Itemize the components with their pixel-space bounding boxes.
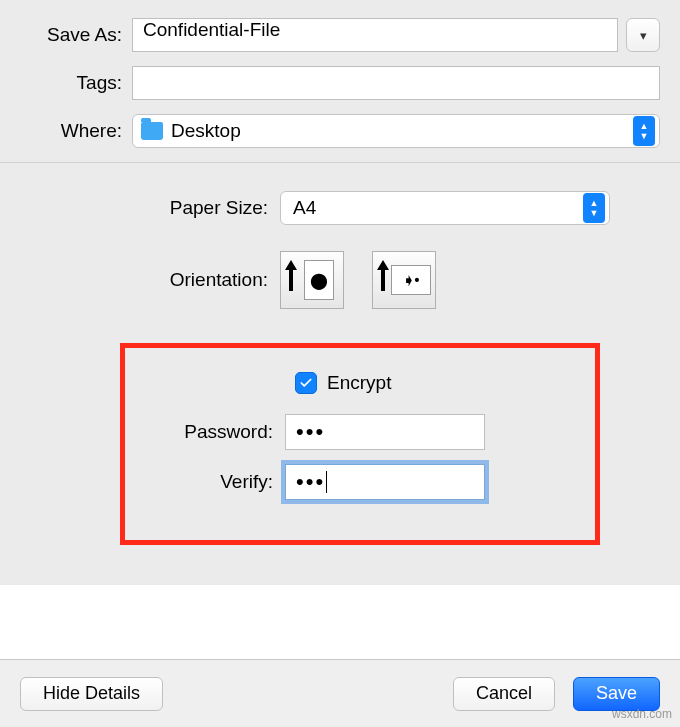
tags-input[interactable]: [132, 66, 660, 100]
paper-size-label: Paper Size:: [20, 197, 280, 219]
verify-input[interactable]: •••: [285, 464, 485, 500]
verify-value: •••: [296, 469, 325, 495]
orientation-landscape-button[interactable]: ➧•: [372, 251, 436, 309]
where-label: Where:: [20, 120, 132, 142]
encrypt-label: Encrypt: [327, 372, 391, 394]
up-arrow-icon: [285, 260, 297, 296]
where-value: Desktop: [171, 120, 241, 142]
where-row: Where: Desktop ▲▼: [20, 114, 660, 148]
page-landscape-icon: ➧•: [391, 265, 431, 295]
checkmark-icon: [299, 376, 313, 390]
save-as-input[interactable]: Confidential-File: [132, 18, 618, 52]
password-input[interactable]: •••: [285, 414, 485, 450]
tags-row: Tags:: [20, 66, 660, 100]
hide-details-button[interactable]: Hide Details: [20, 677, 163, 711]
print-options-panel: Paper Size: A4 ▲▼ Orientation: ⬤ ➧•: [0, 163, 680, 585]
save-as-expand-button[interactable]: ▾: [626, 18, 660, 52]
save-panel-top: Save As: Confidential-File ▾ Tags: Where…: [0, 0, 680, 163]
encrypt-checkbox[interactable]: [295, 372, 317, 394]
orientation-row: Orientation: ⬤ ➧•: [20, 251, 660, 309]
verify-row: Verify: •••: [125, 464, 555, 500]
tags-label: Tags:: [20, 72, 132, 94]
paper-size-value: A4: [293, 197, 316, 219]
stepper-icon: ▲▼: [633, 116, 655, 146]
chevron-down-icon: ▾: [640, 28, 647, 43]
password-value: •••: [296, 419, 325, 445]
verify-label: Verify:: [125, 471, 285, 493]
watermark-text: wsxdn.com: [612, 707, 672, 721]
page-portrait-icon: ⬤: [304, 260, 334, 300]
encrypt-section-highlight: Encrypt Password: ••• Verify: •••: [120, 343, 600, 545]
save-button[interactable]: Save: [573, 677, 660, 711]
cancel-button[interactable]: Cancel: [453, 677, 555, 711]
person-rotated-icon: ➧•: [403, 272, 420, 288]
up-arrow-icon: [377, 260, 389, 296]
stepper-icon: ▲▼: [583, 193, 605, 223]
paper-size-row: Paper Size: A4 ▲▼: [20, 191, 660, 225]
save-as-row: Save As: Confidential-File ▾: [20, 18, 660, 52]
password-row: Password: •••: [125, 414, 555, 450]
orientation-label: Orientation:: [20, 269, 280, 291]
folder-icon: [141, 122, 163, 140]
password-label: Password:: [125, 421, 285, 443]
orientation-portrait-button[interactable]: ⬤: [280, 251, 344, 309]
text-cursor: [326, 471, 327, 493]
where-select[interactable]: Desktop ▲▼: [132, 114, 660, 148]
paper-size-select[interactable]: A4 ▲▼: [280, 191, 610, 225]
person-icon: ⬤: [310, 271, 328, 290]
dialog-button-bar: Hide Details Cancel Save: [0, 659, 680, 727]
encrypt-checkbox-row: Encrypt: [125, 372, 555, 394]
save-as-label: Save As:: [20, 24, 132, 46]
